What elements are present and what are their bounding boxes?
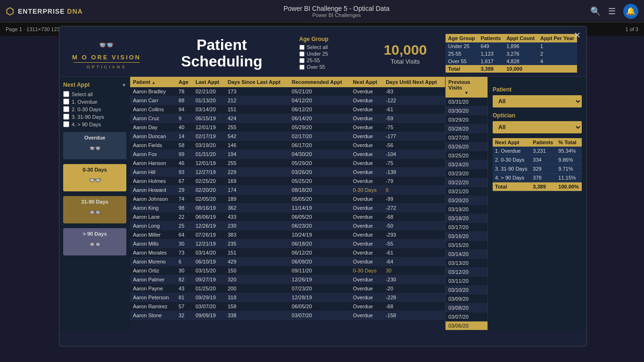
- table-row[interactable]: Aaron Hill9312/27/1922903/26/20Overdue-1…: [130, 168, 445, 177]
- age-over55[interactable]: Over 55: [299, 64, 365, 70]
- table-row[interactable]: Aaron Payne4301/25/2020007/23/20Overdue-…: [130, 284, 445, 293]
- glasses-icon: 👓: [98, 37, 116, 53]
- previous-visit-date[interactable]: 03/09/20: [446, 295, 487, 304]
- table-row[interactable]: Aaron Duncan1402/17/1954202/17/20Overdue…: [130, 132, 445, 141]
- table-row[interactable]: Aaron Ortiz3003/15/2015009/11/200-30 Day…: [130, 266, 445, 275]
- category-card->90days[interactable]: > 90 Days👓: [63, 228, 126, 255]
- table-row[interactable]: Aaron Howard2902/20/2017408/18/200-30 Da…: [130, 186, 445, 195]
- previous-visit-date[interactable]: 03/29/20: [446, 115, 487, 124]
- age-over55-checkbox[interactable]: [299, 65, 305, 70]
- table-row[interactable]: Aaron Long2512/26/1923006/23/20Overdue-5…: [130, 222, 445, 230]
- previous-visit-date[interactable]: 03/13/20: [446, 259, 487, 268]
- col-days-until[interactable]: Days Until Next Appt: [383, 77, 445, 87]
- top-icons: 🔍 ☰ 🔔: [590, 4, 638, 19]
- previous-visit-date[interactable]: 03/10/20: [446, 286, 487, 295]
- category-label: 31-90 Days: [66, 199, 124, 205]
- summary-row: 2. 0-30 Days3349.86%: [493, 156, 582, 165]
- previous-visit-date[interactable]: 03/11/20: [446, 277, 487, 286]
- optician-select[interactable]: All: [493, 121, 582, 133]
- filter-checkbox-item[interactable]: 4. > 90 Days: [63, 121, 126, 127]
- previous-visits-area[interactable]: Previous Visits ▼ 03/31/2003/30/2003/29/…: [445, 77, 487, 330]
- filter-checkbox[interactable]: [63, 114, 69, 120]
- filter-checkbox[interactable]: [63, 106, 69, 112]
- age-summary-cell: 3,389: [478, 65, 504, 73]
- table-row[interactable]: Aaron Johnson7402/05/2018905/05/20Overdu…: [130, 195, 445, 204]
- previous-visit-date[interactable]: 03/16/20: [446, 232, 487, 241]
- col-age[interactable]: Age: [176, 77, 193, 87]
- age-summary-cell: 25-55: [446, 50, 478, 58]
- data-table-container[interactable]: Patient ▲ Age Last Appt Days Since Last …: [130, 77, 445, 330]
- table-row[interactable]: Aaron Palmer8209/27/1932012/26/19Overdue…: [130, 275, 445, 284]
- menu-icon[interactable]: ☰: [608, 6, 616, 16]
- previous-visit-date[interactable]: 03/12/20: [446, 268, 487, 277]
- table-row[interactable]: Aaron Bradley7802/21/2017305/21/20Overdu…: [130, 87, 445, 96]
- previous-visit-date[interactable]: 03/25/20: [446, 151, 487, 160]
- table-row[interactable]: Aaron Holmes6702/25/2016905/25/20Overdue…: [130, 177, 445, 186]
- previous-visit-date[interactable]: 03/15/20: [446, 241, 487, 250]
- filter-checkbox-item[interactable]: Select all: [63, 91, 126, 97]
- filter-checkbox[interactable]: [63, 91, 69, 97]
- table-row[interactable]: Aaron Moreno606/10/1942906/09/20Overdue-…: [130, 257, 445, 266]
- table-row[interactable]: Aaron Hanson4612/01/1925505/29/20Overdue…: [130, 159, 445, 168]
- col-recommended[interactable]: Recommended Appt: [289, 77, 350, 87]
- table-row[interactable]: Aaron Mills3012/21/1923506/18/20Overdue-…: [130, 239, 445, 248]
- previous-visit-date[interactable]: 03/26/20: [446, 142, 487, 151]
- previous-visit-date[interactable]: 03/21/20: [446, 187, 487, 196]
- table-row[interactable]: Aaron Miller6407/26/1938310/24/19Overdue…: [130, 230, 445, 239]
- previous-visit-date[interactable]: 03/18/20: [446, 214, 487, 223]
- table-row[interactable]: Aaron Fields5803/19/2014606/17/20Overdue…: [130, 141, 445, 150]
- age-25-55-checkbox[interactable]: [299, 58, 305, 63]
- category-card-0-30days[interactable]: 0-30 Days👓: [63, 164, 126, 191]
- close-button[interactable]: ✕: [574, 30, 581, 41]
- table-row[interactable]: Aaron Morales7303/14/2015106/12/20Overdu…: [130, 248, 445, 257]
- table-row[interactable]: Aaron Carr8801/13/2021204/12/20Overdue-1…: [130, 96, 445, 105]
- age-select-all[interactable]: Select all: [299, 44, 365, 50]
- previous-visit-date[interactable]: 03/31/20: [446, 98, 487, 107]
- age-summary-cell: 2: [537, 50, 577, 58]
- previous-visit-date[interactable]: 03/28/20: [446, 124, 487, 133]
- category-card-overdue[interactable]: Overdue👓: [63, 132, 126, 159]
- age-under25-checkbox[interactable]: [299, 51, 305, 57]
- col-patient[interactable]: Patient ▲: [130, 77, 176, 87]
- filter-checkbox-item[interactable]: 2. 0-30 Days: [63, 106, 126, 112]
- previous-visit-date[interactable]: 03/07/20: [446, 313, 487, 321]
- search-icon[interactable]: 🔍: [590, 6, 601, 16]
- patient-select[interactable]: All: [493, 95, 582, 107]
- previous-visit-date[interactable]: 03/30/20: [446, 107, 487, 115]
- col-last-appt[interactable]: Last Appt: [193, 77, 225, 87]
- category-card-31-90days[interactable]: 31-90 Days👓: [63, 196, 126, 223]
- table-row[interactable]: Aaron Fox9901/31/2019404/30/20Overdue-10…: [130, 150, 445, 159]
- col-days-since[interactable]: Days Since Last Appt: [225, 77, 289, 87]
- previous-visit-date[interactable]: 03/08/20: [446, 304, 487, 313]
- filter-options: Select all1. Overdue2. 0-30 Days3. 31-90…: [63, 91, 126, 127]
- previous-visit-date[interactable]: 03/14/20: [446, 250, 487, 259]
- table-row[interactable]: Aaron Peterson8109/29/1931812/28/19Overd…: [130, 293, 445, 302]
- previous-visit-date[interactable]: 03/24/20: [446, 160, 487, 169]
- previous-visit-date[interactable]: 03/23/20: [446, 169, 487, 178]
- summary-table: Next Appt Patients % Total 1. Overdue3,2…: [493, 138, 582, 191]
- previous-visit-date[interactable]: 03/19/20: [446, 205, 487, 214]
- previous-visit-date[interactable]: 03/27/20: [446, 133, 487, 142]
- filter-checkbox[interactable]: [63, 99, 69, 105]
- table-row[interactable]: Aaron King9808/16/1936211/14/19Overdue-2…: [130, 204, 445, 213]
- table-row[interactable]: Aaron Lane2206/06/1943306/05/20Overdue-6…: [130, 213, 445, 222]
- col-next-appt[interactable]: Next Appt: [350, 77, 383, 87]
- table-row[interactable]: Aaron Day4012/01/1925505/29/20Overdue-75: [130, 123, 445, 132]
- table-row[interactable]: Aaron Collins9403/14/2015106/12/20Overdu…: [130, 105, 445, 114]
- age-25-55[interactable]: 25-55: [299, 58, 365, 63]
- previous-visit-date[interactable]: 03/17/20: [446, 223, 487, 232]
- previous-visit-date[interactable]: 03/06/20: [446, 321, 487, 330]
- table-row[interactable]: Aaron Cruz906/15/1942406/14/20Overdue-59: [130, 114, 445, 123]
- previous-visit-date[interactable]: 03/20/20: [446, 196, 487, 205]
- previous-visit-date[interactable]: 03/22/20: [446, 178, 487, 187]
- table-row[interactable]: Aaron Stone3209/09/1933803/07/20Overdue-…: [130, 311, 445, 320]
- table-row[interactable]: Aaron Ramirez5703/07/2015806/05/20Overdu…: [130, 302, 445, 311]
- age-select-all-checkbox[interactable]: [299, 45, 305, 50]
- age-under25[interactable]: Under 25: [299, 51, 365, 57]
- notification-bell[interactable]: 🔔: [623, 4, 638, 19]
- filter-checkbox-item[interactable]: 1. Overdue: [63, 99, 126, 105]
- filter-checkbox-item[interactable]: 3. 31-90 Days: [63, 114, 126, 120]
- age-summary-cell: Under 25: [446, 42, 478, 50]
- filter-checkbox[interactable]: [63, 121, 69, 127]
- sort-arrow-icon: ▼: [464, 90, 469, 95]
